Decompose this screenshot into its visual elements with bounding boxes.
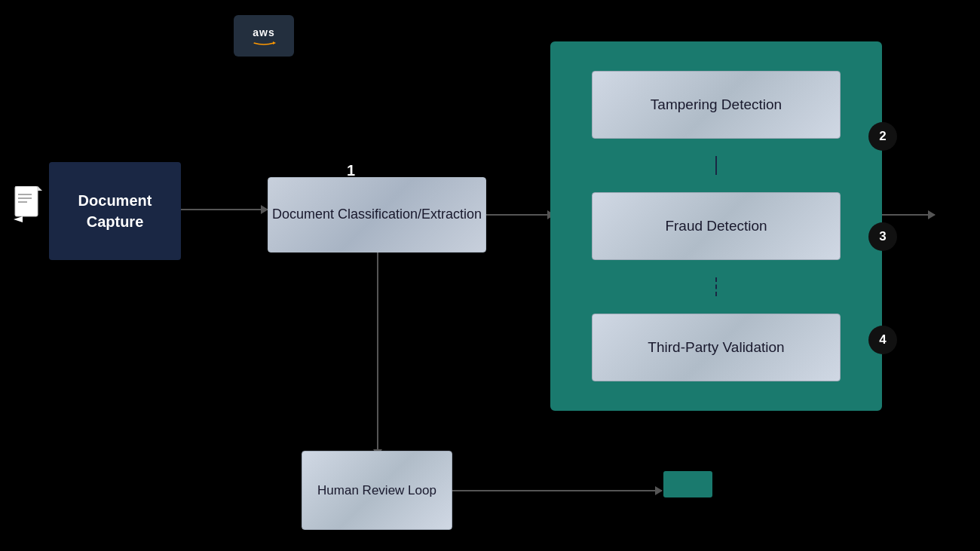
arrow-teal-exit-right (882, 214, 935, 216)
document-capture-box: Document Capture (49, 162, 181, 260)
connector-solid-1 (715, 156, 717, 175)
human-review-label: Human Review Loop (317, 482, 436, 500)
tampering-detection-box: Tampering Detection (592, 71, 841, 139)
arrow-down-to-human-review (377, 253, 378, 456)
document-page-icon (14, 186, 42, 224)
svg-rect-5 (18, 201, 27, 203)
fraud-detection-box: Fraud Detection (592, 192, 841, 260)
document-classification-box: Document Classification/Extraction (268, 177, 486, 253)
human-review-loop-box: Human Review Loop (302, 451, 452, 530)
svg-marker-6 (14, 216, 23, 222)
teal-small-rectangle (663, 471, 712, 497)
tampering-detection-label: Tampering Detection (651, 96, 782, 113)
document-capture-label: Document Capture (49, 190, 181, 232)
svg-rect-4 (18, 197, 32, 199)
arrow-classification-to-teal (486, 214, 554, 216)
aws-logo-text: aws (253, 26, 274, 38)
connector-dashed-1 (715, 277, 717, 296)
diagram-container: aws Document Capture 1 Document Classifi… (0, 0, 980, 551)
svg-marker-0 (273, 41, 276, 44)
step-3-badge: 3 (868, 222, 897, 251)
third-party-validation-box: Third-Party Validation (592, 314, 841, 381)
teal-verification-panel: Tampering Detection Fraud Detection Thir… (550, 41, 882, 411)
svg-marker-2 (38, 186, 42, 191)
svg-rect-3 (18, 194, 32, 195)
step-4-badge: 4 (868, 326, 897, 354)
arrow-capture-to-classification (181, 209, 268, 210)
document-classification-label: Document Classification/Extraction (272, 205, 482, 224)
arrow-human-review-right (452, 490, 662, 491)
fraud-detection-label: Fraud Detection (665, 218, 767, 234)
step-2-badge: 2 (868, 122, 897, 151)
third-party-validation-label: Third-Party Validation (648, 339, 784, 356)
aws-swoosh-icon (249, 40, 279, 46)
aws-logo: aws (234, 15, 294, 57)
